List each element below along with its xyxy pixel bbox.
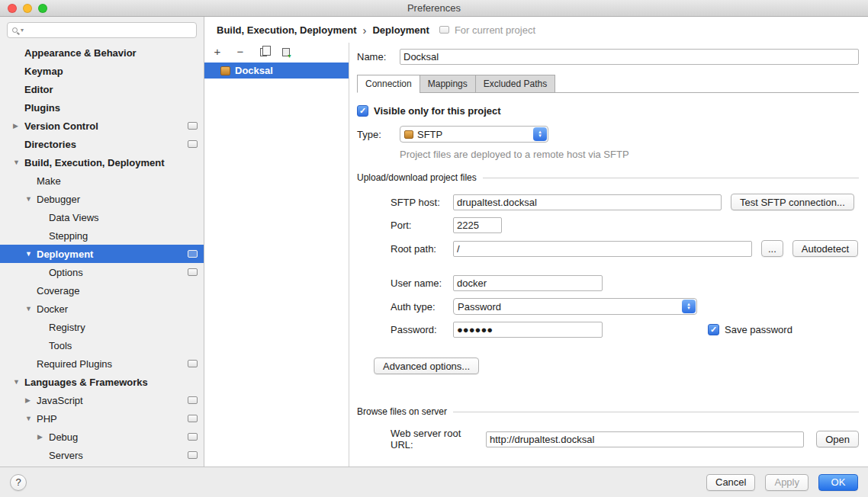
check-icon: ✓ (359, 107, 366, 115)
project-scope-icon (188, 451, 198, 459)
tab-excluded-paths[interactable]: Excluded Paths (475, 75, 555, 93)
port-input[interactable] (453, 217, 502, 233)
save-password-checkbox[interactable]: ✓ (708, 324, 719, 335)
sidebar-item-javascript[interactable]: ▶JavaScript (0, 391, 204, 409)
sidebar-item-deployment[interactable]: ▼Deployment (0, 245, 204, 263)
tab-mappings[interactable]: Mappings (420, 75, 476, 93)
sidebar-item-data-views[interactable]: Data Views (0, 208, 204, 226)
plus-icon: + (214, 46, 221, 57)
sidebar-item-options[interactable]: Options (0, 263, 204, 281)
sidebar-item-debug[interactable]: ▶Debug (0, 428, 204, 446)
web-root-row: Web server root URL: Open (391, 428, 859, 451)
sidebar-item-servers[interactable]: Servers (0, 446, 204, 464)
expand-arrow-icon[interactable]: ▶ (37, 433, 43, 441)
web-root-input[interactable] (486, 431, 804, 447)
sidebar-item-stepping[interactable]: Stepping (0, 226, 204, 245)
sidebar-item-label: Keymap (24, 66, 63, 77)
zoom-window-button[interactable] (38, 4, 47, 13)
project-scope-icon (188, 360, 198, 367)
server-name: Docksal (235, 65, 273, 76)
save-password-label: Save password (725, 324, 792, 335)
sidebar-item-plugins[interactable]: Plugins (0, 98, 204, 117)
autodetect-button[interactable]: Autodetect (792, 240, 858, 257)
sidebar-item-required-plugins[interactable]: Required Plugins (0, 354, 204, 373)
search-icon (12, 27, 18, 33)
expand-arrow-icon[interactable]: ▶ (25, 396, 31, 404)
sidebar-item-version-control[interactable]: ▶Version Control (0, 117, 204, 135)
project-scope-icon (439, 26, 449, 34)
sidebar-item-editor[interactable]: Editor (0, 80, 204, 98)
port-label: Port: (391, 220, 453, 231)
password-input[interactable] (453, 322, 603, 338)
deployment-settings-panel: Name: Connection Mappings Excluded Paths… (349, 43, 868, 467)
search-options-chevron-icon[interactable]: ▾ (21, 27, 24, 34)
footer-bar: ? Cancel Apply OK (0, 467, 868, 497)
search-area: ▾ (0, 17, 204, 41)
collapse-arrow-icon[interactable]: ▼ (13, 159, 20, 166)
sidebar-item-appearance-behavior[interactable]: Appearance & Behavior (0, 43, 204, 62)
sidebar-item-languages-frameworks[interactable]: ▼Languages & Frameworks (0, 373, 204, 391)
sidebar-item-label: Docker (37, 303, 68, 315)
sidebar-item-keymap[interactable]: Keymap (0, 62, 204, 80)
advanced-options-button[interactable]: Advanced options... (374, 358, 479, 374)
settings-search-input[interactable] (25, 25, 191, 36)
tabbar: Connection Mappings Excluded Paths (357, 75, 859, 93)
test-connection-button[interactable]: Test SFTP connection... (731, 194, 854, 210)
copy-server-button[interactable] (257, 46, 269, 58)
user-name-input[interactable] (453, 275, 603, 291)
close-window-button[interactable] (8, 4, 17, 13)
add-server-button[interactable]: + (211, 46, 223, 58)
server-list-item[interactable]: Docksal (204, 63, 349, 79)
servers-panel: + − Docksal (204, 43, 349, 467)
type-row: Type: SFTP ▲▼ (357, 126, 859, 143)
visible-only-checkbox[interactable]: ✓ (357, 105, 368, 117)
collapse-arrow-icon[interactable]: ▼ (25, 305, 32, 313)
sidebar-item-label: Build, Execution, Deployment (24, 157, 164, 168)
upload-section-title: Upload/download project files (357, 172, 477, 183)
auth-type-select[interactable]: Password ▲▼ (453, 298, 697, 315)
remove-server-button[interactable]: − (234, 46, 246, 58)
preferences-window: Preferences ▾ Appearance & BehaviorKeyma… (0, 0, 868, 497)
sidebar-item-php[interactable]: ▼PHP (0, 409, 204, 428)
sidebar-item-docker[interactable]: ▼Docker (0, 300, 204, 318)
sidebar-item-label: Deployment (37, 248, 93, 260)
help-button[interactable]: ? (10, 474, 27, 491)
sidebar-item-debugger[interactable]: ▼Debugger (0, 190, 204, 208)
sidebar-item-label: Plugins (24, 102, 60, 114)
collapse-arrow-icon[interactable]: ▼ (13, 378, 20, 386)
browse-section-title: Browse files on server (357, 406, 447, 417)
sidebar-item-label: Required Plugins (37, 358, 112, 370)
settings-search-field[interactable]: ▾ (7, 22, 197, 38)
browse-root-path-button[interactable]: ... (761, 240, 783, 257)
root-path-input[interactable] (453, 241, 752, 257)
apply-button[interactable]: Apply (765, 474, 809, 491)
sidebar-item-directories[interactable]: Directories (0, 135, 204, 153)
breadcrumb-parent[interactable]: Build, Execution, Deployment (217, 24, 356, 36)
name-row: Name: (357, 49, 859, 65)
sidebar-item-tools[interactable]: Tools (0, 336, 204, 354)
sidebar-item-make[interactable]: Make (0, 172, 204, 190)
sidebar-item-coverage[interactable]: Coverage (0, 281, 204, 300)
check-icon: ✓ (710, 325, 717, 334)
use-as-default-button[interactable] (280, 46, 292, 58)
sidebar-item-label: Stepping (49, 230, 88, 242)
type-help-text: Project files are deployed to a remote h… (400, 149, 859, 160)
type-select[interactable]: SFTP ▲▼ (400, 126, 548, 143)
sidebar-item-build-execution-deployment[interactable]: ▼Build, Execution, Deployment (0, 153, 204, 172)
minimize-window-button[interactable] (23, 4, 32, 13)
open-button[interactable]: Open (816, 431, 859, 447)
name-input[interactable] (400, 49, 859, 65)
collapse-arrow-icon[interactable]: ▼ (25, 415, 32, 422)
ok-button[interactable]: OK (818, 474, 858, 491)
sidebar-item-label: Languages & Frameworks (24, 377, 148, 388)
breadcrumb-separator-icon: › (362, 25, 366, 35)
collapse-arrow-icon[interactable]: ▼ (25, 195, 32, 203)
sidebar-item-registry[interactable]: Registry (0, 318, 204, 336)
collapse-arrow-icon[interactable]: ▼ (25, 250, 32, 258)
tab-connection[interactable]: Connection (357, 75, 420, 93)
sidebar-item-label: Servers (49, 450, 83, 461)
cancel-button[interactable]: Cancel (706, 474, 755, 491)
sidebar-item-label: Coverage (37, 285, 79, 297)
sftp-host-input[interactable] (453, 194, 722, 210)
expand-arrow-icon[interactable]: ▶ (13, 122, 18, 130)
